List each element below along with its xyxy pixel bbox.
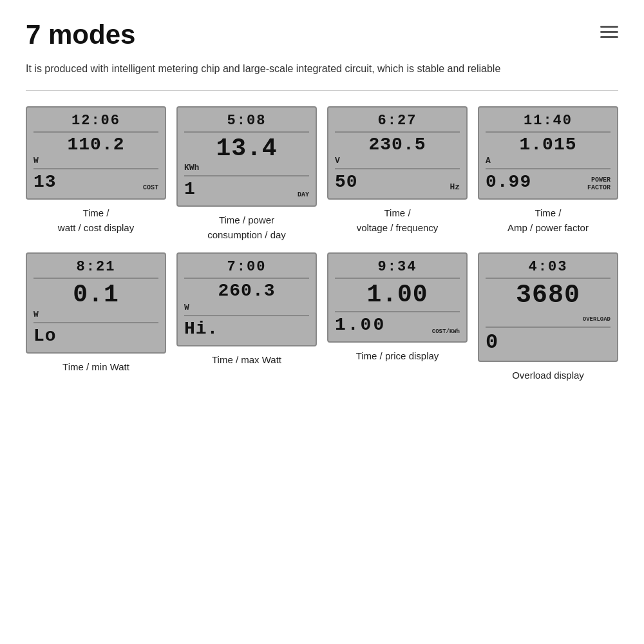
lcd-secondary-value: 0.99: [486, 172, 531, 192]
lcd-main-value: 1.015: [486, 135, 611, 155]
mode-cell-7: 4:03 3680 OVERLOAD 0 Overload display: [478, 252, 618, 383]
page-title: 7 modes: [26, 19, 135, 50]
mode-label-2: Time /voltage / frequency: [357, 206, 439, 235]
lcd-secondary-label: Hz: [450, 182, 460, 192]
lcd-unit: W: [33, 156, 158, 166]
lcd-unit: W: [184, 303, 309, 312]
lcd-screen-7: 4:03 3680 OVERLOAD 0: [478, 252, 618, 362]
description-text: It is produced with intelligent metering…: [26, 61, 605, 77]
mode-cell-6: 9:34 1.00 1.00 COST/KWh Time / price dis…: [327, 252, 468, 383]
lcd-secondary-label: POWERFACTOR: [587, 176, 611, 192]
lcd-time: 6:27: [335, 113, 460, 129]
mode-cell-2: 6:27 230.5 V 50 Hz Time /voltage / frequ…: [327, 106, 468, 243]
lcd-screen-2: 6:27 230.5 V 50 Hz: [327, 106, 468, 200]
lcd-time: 9:34: [335, 259, 460, 275]
lcd-secondary-value: 0: [486, 330, 498, 354]
lcd-time: 7:00: [184, 259, 309, 275]
mode-label-7: Overload display: [512, 368, 584, 383]
lcd-screen-1: 5:08 13.4 KWh 1 DAY: [176, 106, 317, 207]
mode-label-4: Time / min Watt: [62, 360, 129, 375]
lcd-main-value: 3680: [486, 281, 611, 310]
lcd-secondary-value: Hi.: [184, 319, 218, 339]
lcd-main-value: 0.1: [33, 281, 158, 308]
lcd-secondary-value: Lo: [33, 326, 57, 346]
lcd-unit: W: [33, 310, 158, 319]
lcd-secondary-label: DAY: [298, 191, 309, 199]
lcd-time: 8:21: [33, 259, 158, 275]
mode-cell-3: 11:40 1.015 A 0.99 POWERFACTOR Time /Amp…: [478, 106, 618, 243]
lcd-screen-6: 9:34 1.00 1.00 COST/KWh: [327, 252, 468, 343]
lcd-main-value: 13.4: [184, 135, 309, 162]
lcd-main-value: 230.5: [335, 135, 460, 155]
mode-label-5: Time / max Watt: [212, 353, 281, 368]
lcd-secondary-label: COST: [143, 184, 158, 192]
lcd-main-value: 260.3: [184, 281, 309, 301]
lcd-screen-0: 12:06 110.2 W 13 COST: [26, 106, 166, 200]
mode-label-6: Time / price display: [356, 349, 439, 364]
mode-label-0: Time /watt / cost display: [58, 206, 134, 235]
lcd-time: 5:08: [184, 113, 309, 129]
lcd-main-value: 1.00: [335, 281, 460, 308]
lcd-secondary-label: COST/KWh: [432, 328, 460, 335]
lcd-unit: KWh: [184, 163, 309, 173]
lcd-overload-label: OVERLOAD: [583, 316, 611, 323]
modes-row-1: 12:06 110.2 W 13 COST Time /watt / cost …: [26, 106, 618, 243]
mode-cell-4: 8:21 0.1 W Lo Time / min Watt: [26, 252, 166, 383]
lcd-secondary-value: 1: [184, 179, 196, 199]
section-divider: [26, 90, 618, 91]
lcd-secondary-value: 13: [33, 172, 57, 192]
modes-row-2: 8:21 0.1 W Lo Time / min Watt 7:00 260.3…: [26, 252, 618, 383]
lcd-unit: V: [335, 156, 460, 166]
lcd-screen-5: 7:00 260.3 W Hi.: [176, 252, 317, 346]
mode-cell-5: 7:00 260.3 W Hi. Time / max Watt: [176, 252, 317, 383]
mode-label-1: Time / powerconsumption / day: [207, 213, 286, 242]
mode-cell-0: 12:06 110.2 W 13 COST Time /watt / cost …: [26, 106, 166, 243]
lcd-main-value: 110.2: [33, 135, 158, 155]
menu-icon[interactable]: [600, 26, 618, 38]
lcd-time: 4:03: [486, 259, 611, 275]
lcd-time: 11:40: [486, 113, 611, 129]
lcd-screen-3: 11:40 1.015 A 0.99 POWERFACTOR: [478, 106, 618, 200]
lcd-secondary-value: 50: [335, 172, 358, 192]
mode-label-3: Time /Amp / power factor: [507, 206, 589, 235]
lcd-screen-4: 8:21 0.1 W Lo: [26, 252, 166, 354]
lcd-unit: A: [486, 156, 611, 166]
lcd-secondary-value: 1.00: [335, 315, 386, 335]
lcd-time: 12:06: [33, 113, 158, 129]
mode-cell-1: 5:08 13.4 KWh 1 DAY Time / powerconsumpt…: [176, 106, 317, 243]
